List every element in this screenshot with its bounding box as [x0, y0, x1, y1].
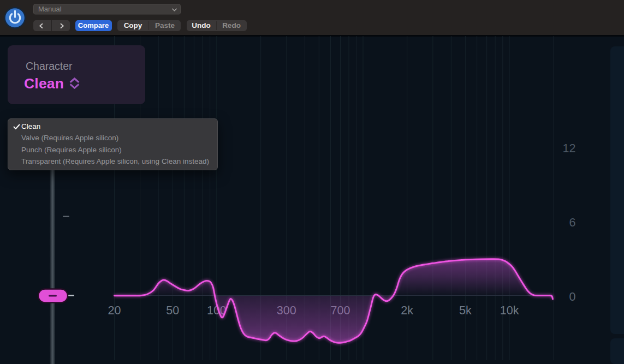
svg-text:2k: 2k	[401, 304, 413, 317]
svg-text:20: 20	[108, 304, 121, 317]
svg-text:0: 0	[569, 290, 576, 303]
svg-text:6: 6	[569, 216, 576, 229]
svg-text:12: 12	[563, 142, 576, 155]
svg-text:50: 50	[166, 304, 179, 317]
svg-text:10k: 10k	[500, 304, 519, 317]
svg-text:5k: 5k	[459, 304, 472, 317]
